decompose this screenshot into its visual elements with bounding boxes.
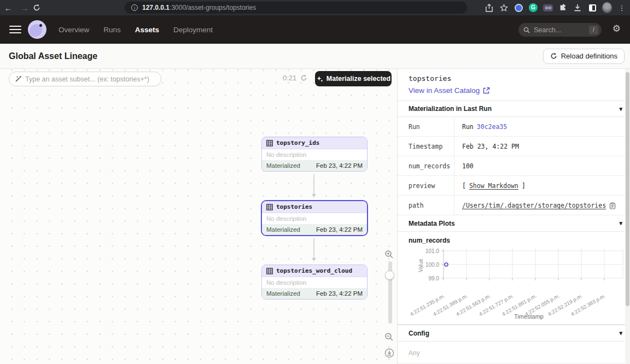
row-link[interactable]: /Users/tim/.dagster/storage/topstories <box>462 202 606 209</box>
node-status-row: Materialized Feb 23, 4:22 PM <box>262 160 367 171</box>
node-status-row: Materialized Feb 23, 4:22 PM <box>262 288 367 299</box>
nav-tab-overview[interactable]: Overview <box>59 26 89 34</box>
table-icon <box>266 140 273 146</box>
main-content: Type an asset subset... (ex: topstories+… <box>0 69 630 364</box>
page-title: Global Asset Lineage <box>9 51 97 61</box>
num-records-chart: 101.0100.099.04:22:51.235 p.m.4:22:51.39… <box>398 244 630 324</box>
table-icon <box>266 268 273 274</box>
refresh-timer: 0:21 <box>283 74 307 82</box>
asset-details-panel: topstories View in Asset Catalog Materia… <box>397 69 630 364</box>
global-search-input[interactable]: Search... / <box>518 23 602 37</box>
share-icon[interactable] <box>484 3 494 13</box>
materialization-table: RunRun 30c2ea35TimestampFeb 23, 4:22 PMn… <box>398 117 630 215</box>
table-row: TimestampFeb 23, 4:22 PM <box>398 137 630 156</box>
node-description: No description <box>262 213 367 224</box>
svg-text:100.0: 100.0 <box>425 262 439 268</box>
row-key: num_records <box>398 156 454 175</box>
browser-back-icon[interactable]: ← <box>0 3 16 13</box>
panel-scrollbar-thumb[interactable] <box>626 72 629 306</box>
view-in-asset-catalog-link[interactable]: View in Asset Catalog <box>409 86 619 95</box>
nav-tab-runs[interactable]: Runs <box>103 26 121 34</box>
extension-1password-icon[interactable] <box>514 3 523 13</box>
asset-filter-input[interactable]: Type an asset subset... (ex: topstories+… <box>9 72 161 86</box>
row-value: 100 <box>454 156 630 175</box>
app-navbar: Overview Runs Assets Deployment Search..… <box>0 15 630 44</box>
copy-icon[interactable] <box>609 202 616 209</box>
refresh-icon <box>550 52 557 60</box>
wand-icon <box>15 75 22 83</box>
search-placeholder: Search... <box>534 26 561 34</box>
row-value: [Show Markdown] <box>454 176 630 195</box>
row-key: Timestamp <box>398 137 454 156</box>
address-bar[interactable]: i 127.0.0.1:3000/asset-groups/topstories <box>125 2 467 14</box>
asset-name: topstories <box>409 74 619 83</box>
browser-actions: G ⋮ <box>484 0 627 15</box>
zoom-in-icon[interactable] <box>384 250 394 259</box>
filter-placeholder: Type an asset subset... (ex: topstories+… <box>25 75 149 83</box>
table-icon <box>266 204 273 210</box>
app-root: ← → i 127.0.0.1:3000/asset-groups/topsto… <box>0 0 630 364</box>
page-header: Global Asset Lineage Reload definitions <box>0 44 630 69</box>
sidepanel-icon[interactable] <box>587 3 597 13</box>
chevron-down-icon: ▾ <box>619 330 622 337</box>
downloads-icon[interactable] <box>573 3 582 13</box>
profile-avatar[interactable] <box>602 3 612 13</box>
row-key: path <box>398 196 454 215</box>
section-metadata-plots[interactable]: Metadata Plots ▾ <box>398 215 630 232</box>
svg-text:Timestamp: Timestamp <box>514 313 544 320</box>
table-row: preview[Show Markdown] <box>398 176 630 196</box>
edge-topstory_ids-to-topstories <box>313 174 314 197</box>
search-shortcut-badge: / <box>589 26 598 34</box>
svg-text:Value: Value <box>418 259 424 272</box>
timer-refresh-icon[interactable] <box>300 74 307 81</box>
table-row: path/Users/tim/.dagster/storage/topstori… <box>398 196 630 215</box>
browser-menu-icon[interactable]: ⋮ <box>617 3 627 13</box>
extension-grammarly-icon[interactable]: G <box>528 3 538 13</box>
asset-node-topstories[interactable]: topstories No description Materialized F… <box>261 200 368 236</box>
bookmark-star-icon[interactable] <box>499 3 509 13</box>
asset-node-topstories-word-cloud[interactable]: topstories_word_cloud No description Mat… <box>261 265 368 300</box>
row-link[interactable]: Show Markdown <box>469 182 518 190</box>
reload-definitions-button[interactable]: Reload definitions <box>543 49 625 64</box>
config-value: Any <box>398 342 630 363</box>
site-info-icon[interactable]: i <box>131 4 138 11</box>
chevron-down-icon: ▾ <box>619 105 622 113</box>
chevron-down-icon: ▾ <box>619 220 622 227</box>
edge-topstories-to-word-cloud <box>313 238 314 261</box>
fit-view-icon[interactable] <box>384 348 394 358</box>
asset-node-topstory-ids[interactable]: topstory_ids No description Materialized… <box>261 137 368 172</box>
svg-text:99.0: 99.0 <box>429 275 440 281</box>
browser-forward-icon[interactable]: → <box>16 3 33 13</box>
zoom-out-icon[interactable] <box>384 332 394 342</box>
row-key: Run <box>398 117 454 136</box>
table-row: num_records100 <box>398 156 630 176</box>
nav-tab-deployment[interactable]: Deployment <box>173 26 213 34</box>
browser-toolbar: ← → i 127.0.0.1:3000/asset-groups/topsto… <box>0 0 630 15</box>
row-value: Feb 23, 4:22 PM <box>454 137 630 156</box>
browser-reload-icon[interactable] <box>33 4 49 11</box>
row-value: Run 30c2ea35 <box>454 117 630 136</box>
nav-tab-assets[interactable]: Assets <box>135 26 159 34</box>
section-config[interactable]: Config ▾ <box>398 325 630 342</box>
svg-text:101.0: 101.0 <box>425 248 439 254</box>
sparkle-icon <box>316 75 323 83</box>
external-link-icon <box>483 87 490 94</box>
plot-title: num_records <box>398 232 630 244</box>
materialize-selected-button[interactable]: Materialize selected <box>315 71 392 86</box>
extensions-puzzle-icon[interactable] <box>558 3 568 13</box>
dagster-logo[interactable] <box>28 20 46 39</box>
table-row: RunRun 30c2ea35 <box>398 117 630 137</box>
url-text: 127.0.0.1:3000/asset-groups/topstories <box>142 4 256 11</box>
zoom-slider-handle[interactable] <box>385 271 394 280</box>
search-icon <box>523 27 530 33</box>
section-materialization[interactable]: Materialization in Last Run ▾ <box>398 101 630 117</box>
row-key: preview <box>398 176 454 195</box>
row-link[interactable]: 30c2ea35 <box>477 123 507 131</box>
node-status-row: Materialized Feb 23, 4:22 PM <box>262 224 367 235</box>
node-description: No description <box>262 149 367 160</box>
node-description: No description <box>262 277 367 288</box>
asset-graph[interactable]: Type an asset subset... (ex: topstories+… <box>0 69 397 364</box>
hamburger-menu-icon[interactable] <box>9 24 21 36</box>
extension-goggles-icon[interactable] <box>543 3 553 13</box>
settings-gear-icon[interactable]: ⚙ <box>612 23 621 34</box>
